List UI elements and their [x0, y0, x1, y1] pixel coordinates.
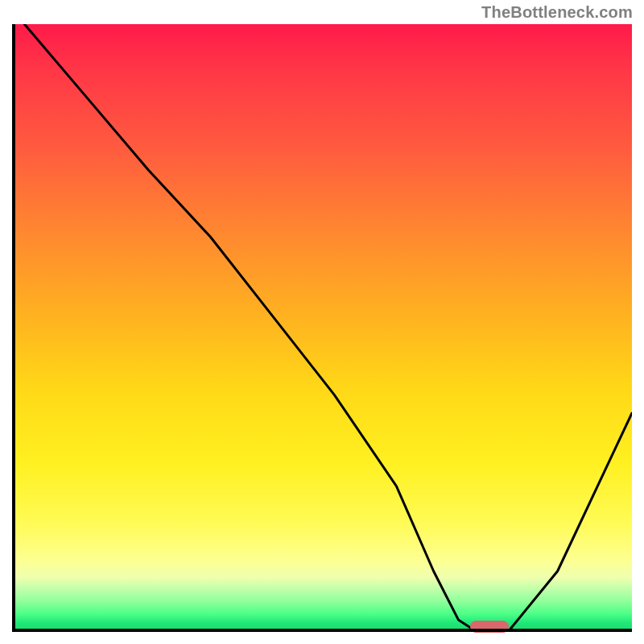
plot-gradient-background [12, 24, 632, 632]
y-axis [12, 24, 15, 632]
x-axis [12, 629, 632, 632]
bottleneck-chart: TheBottleneck.com [0, 0, 644, 644]
watermark-text: TheBottleneck.com [481, 3, 633, 22]
